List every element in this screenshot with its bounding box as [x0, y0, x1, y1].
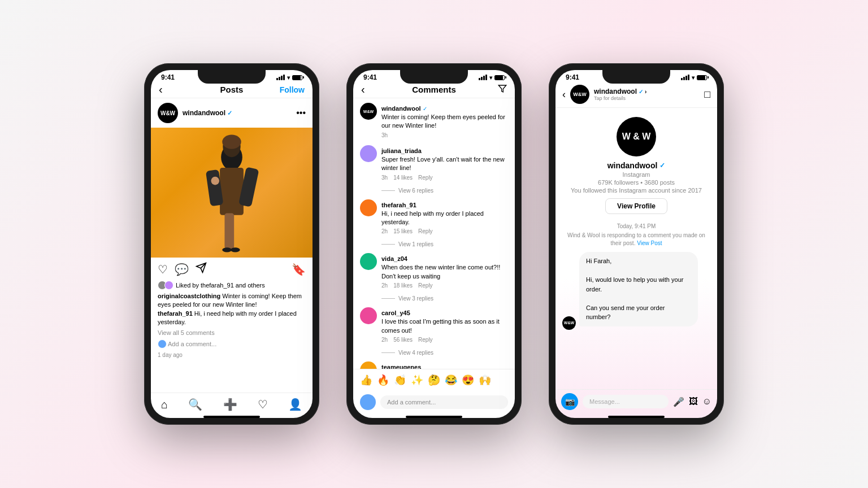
comment-username-1: windandwool: [381, 105, 423, 112]
time-3: 9:41: [566, 73, 579, 81]
dm-account-avatar[interactable]: W&W: [570, 85, 589, 104]
view-post-link[interactable]: View Post: [637, 240, 662, 246]
filter-icon[interactable]: [498, 84, 507, 95]
comment-avatar-1: W&W: [360, 103, 377, 120]
view-comments[interactable]: View all 5 comments: [151, 329, 313, 337]
comment-reply-2[interactable]: Reply: [418, 175, 433, 181]
add-comment-input[interactable]: Add a comment...: [168, 341, 306, 347]
add-comment-input-2[interactable]: Add a comment...: [380, 395, 508, 409]
emoji-laugh[interactable]: 😂: [445, 374, 457, 386]
comment-item-5: carol_y45 I love this coat I'm getting t…: [360, 307, 508, 343]
dm-bubble-1: Hi Farah,Hi, would love to help you with…: [579, 252, 698, 326]
feed-username: windandwool ✓: [183, 109, 296, 117]
profile-nav-icon[interactable]: 👤: [288, 398, 302, 411]
comment-item-6: teameugenes So dope! I'm getting: [360, 361, 508, 369]
camera-button[interactable]: 📷: [561, 393, 578, 410]
feed-profile-info: windandwool ✓: [183, 109, 296, 117]
comment-likes-4: 18 likes: [393, 282, 413, 289]
comment-reply-3[interactable]: Reply: [418, 228, 433, 234]
activity-nav-icon[interactable]: ♡: [258, 398, 268, 411]
comment-body-1: windandwool ✓ Winter is coming! Keep the…: [381, 103, 508, 138]
back-button-1[interactable]: ‹: [159, 83, 163, 96]
feed-profile-avatar[interactable]: W&W: [158, 103, 178, 123]
caption-username-2: thefarah_91: [158, 310, 193, 317]
view-replies-4[interactable]: View 3 replies: [381, 295, 508, 302]
status-icons-3: ▾: [681, 75, 707, 81]
dm-message-row-1: W&W Hi Farah,Hi, would love to help you …: [562, 252, 710, 330]
home-nav-icon[interactable]: ⌂: [161, 398, 168, 411]
phone-dm: 9:41 ▾ ‹ W&W: [549, 63, 724, 425]
view-replies-5[interactable]: View 4 replies: [381, 350, 508, 356]
camera-icon: 📷: [565, 397, 575, 406]
phone-dm-screen: 9:41 ▾ ‹ W&W: [555, 70, 717, 418]
emoji-thumbsup[interactable]: 👍: [360, 374, 372, 386]
caption-area: originalcoastclothing Winter is coming! …: [151, 292, 313, 329]
comment-item-2: juliana_triada Super fresh! Love y'all. …: [360, 145, 508, 181]
dm-input-icons: 🎤 🖼 ☺: [673, 396, 711, 407]
bottom-nav: ⌂ 🔍 ➕ ♡ 👤: [151, 393, 313, 413]
reply-line-3: [381, 244, 395, 245]
image-icon[interactable]: 🖼: [689, 396, 698, 407]
post-timestamp: 1 day ago: [151, 351, 313, 360]
comment-item-3: thefarah_91 Hi, i need help with my orde…: [360, 199, 508, 235]
home-indicator-1: [203, 416, 260, 418]
comment-username-5: carol_y45: [381, 310, 410, 316]
dm-messages: W&W Hi Farah,Hi, would love to help you …: [555, 252, 717, 389]
back-button-3[interactable]: ‹: [562, 89, 566, 101]
like-icon[interactable]: ♡: [158, 263, 168, 276]
emoji-raised-hands[interactable]: 🙌: [479, 374, 491, 386]
notch-3: [602, 70, 670, 84]
emoji-heart-eyes[interactable]: 😍: [462, 374, 474, 386]
share-icon[interactable]: [196, 262, 207, 276]
back-button-2[interactable]: ‹: [361, 83, 365, 96]
caption-username-1: originalcoastclothing: [158, 293, 220, 299]
mic-icon[interactable]: 🎤: [673, 396, 684, 407]
comment-text-4: When does the new winter line come out?!…: [381, 263, 508, 281]
liked-avatar-2: [164, 281, 173, 290]
sticker-icon[interactable]: ☺: [702, 396, 711, 407]
comment-likes-5: 56 likes: [393, 337, 413, 343]
comment-meta-2: 3h 14 likes Reply: [381, 175, 508, 181]
comment-likes-2: 14 likes: [393, 175, 413, 181]
search-nav-icon[interactable]: 🔍: [188, 398, 202, 411]
dm-profile-verified: ✓: [659, 162, 665, 169]
emoji-sparkle[interactable]: ✨: [411, 374, 423, 386]
add-post-nav-icon[interactable]: ➕: [223, 398, 237, 411]
comment-avatar-3: [360, 199, 377, 216]
comments-nav: ‹ Comments: [353, 82, 515, 98]
dm-nav: ‹ W&W windandwool ✓ › Tap for details □: [555, 82, 717, 108]
follow-button[interactable]: Follow: [280, 85, 305, 94]
dm-profile-avatar-large[interactable]: W & W: [617, 117, 656, 156]
reply-line-4: [381, 298, 395, 299]
emoji-clap[interactable]: 👏: [394, 374, 406, 386]
comment-time-1: 3h: [381, 132, 388, 138]
phones-container: 9:41 ▾ ‹ Posts Fo: [144, 63, 724, 425]
more-options-button[interactable]: •••: [296, 108, 306, 118]
comment-time-4: 2h: [381, 282, 388, 289]
comment-icon[interactable]: 💬: [175, 263, 189, 276]
dm-bubble-text-1: Hi Farah,Hi, would love to help you with…: [586, 258, 683, 320]
comment-reply-5[interactable]: Reply: [418, 337, 433, 343]
liked-by-text: Liked by thefarah_91 and others: [176, 282, 265, 289]
comment-avatar-2: [360, 145, 377, 162]
signal-icon-3: [681, 75, 689, 80]
comment-body-3: thefarah_91 Hi, i need help with my orde…: [381, 199, 508, 235]
comment-meta-3: 2h 15 likes Reply: [381, 228, 508, 234]
wifi-icon-2: ▾: [489, 75, 492, 81]
comment-text-2: Super fresh! Love y'all. can't wait for …: [381, 155, 508, 173]
video-call-icon[interactable]: □: [704, 89, 710, 101]
dm-message-input[interactable]: Message...: [583, 395, 669, 408]
phone-feed-screen: 9:41 ▾ ‹ Posts Fo: [151, 70, 313, 418]
comment-reply-4[interactable]: Reply: [418, 282, 433, 289]
view-replies-2[interactable]: View 6 replies: [381, 188, 508, 194]
emoji-fire[interactable]: 🔥: [377, 374, 389, 386]
bookmark-icon[interactable]: 🔖: [292, 263, 306, 276]
comment-meta-1: 3h: [381, 132, 508, 138]
view-replies-3[interactable]: View 1 replies: [381, 241, 508, 247]
wifi-icon-1: ▾: [287, 75, 290, 81]
dm-profile-meta-line3: You followed this Instagram account sinc…: [571, 187, 702, 194]
dm-verified-badge: ✓: [639, 89, 643, 95]
view-profile-button[interactable]: View Profile: [605, 198, 667, 214]
emoji-thinking[interactable]: 🤔: [428, 374, 440, 386]
feed-nav: ‹ Posts Follow: [151, 82, 313, 98]
